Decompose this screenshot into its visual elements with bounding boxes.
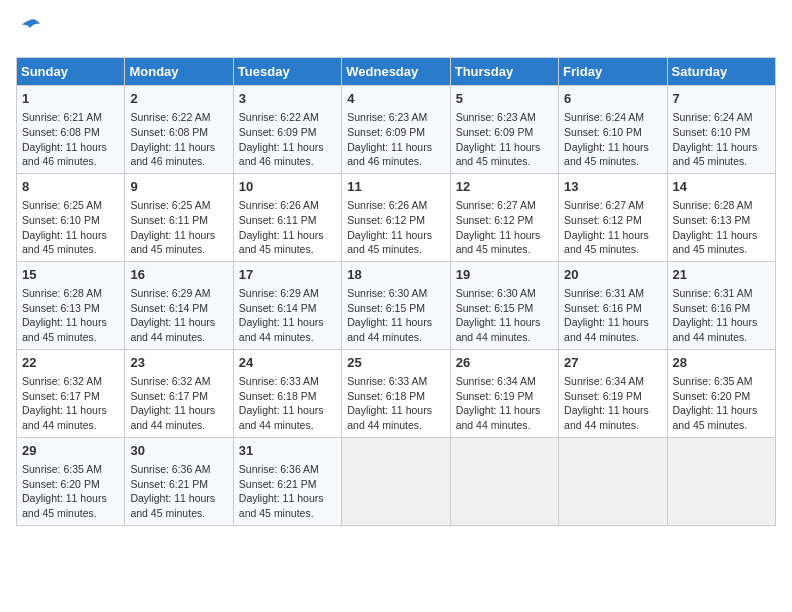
calendar-cell: 1Sunrise: 6:21 AMSunset: 6:08 PMDaylight… [17,86,125,174]
calendar-cell: 11Sunrise: 6:26 AMSunset: 6:12 PMDayligh… [342,173,450,261]
sunrise-label: Sunrise: 6:23 AM [347,111,427,123]
sunset-label: Sunset: 6:16 PM [564,302,642,314]
sunset-label: Sunset: 6:19 PM [456,390,534,402]
sunrise-label: Sunrise: 6:26 AM [347,199,427,211]
sunrise-label: Sunrise: 6:27 AM [456,199,536,211]
sunrise-label: Sunrise: 6:30 AM [456,287,536,299]
calendar-cell: 20Sunrise: 6:31 AMSunset: 6:16 PMDayligh… [559,261,667,349]
logo-bird-icon [18,16,42,40]
daylight-label: Daylight: 11 hours [130,316,215,328]
day-number: 12 [456,178,553,196]
daylight-minutes: and 46 minutes. [239,155,314,167]
daylight-minutes: and 45 minutes. [673,419,748,431]
sunrise-label: Sunrise: 6:32 AM [130,375,210,387]
calendar-cell: 7Sunrise: 6:24 AMSunset: 6:10 PMDaylight… [667,86,775,174]
sunset-label: Sunset: 6:15 PM [347,302,425,314]
day-number: 25 [347,354,444,372]
weekday-header-wednesday: Wednesday [342,58,450,86]
sunrise-label: Sunrise: 6:28 AM [673,199,753,211]
sunrise-label: Sunrise: 6:30 AM [347,287,427,299]
calendar-cell: 31Sunrise: 6:36 AMSunset: 6:21 PMDayligh… [233,437,341,525]
calendar-cell: 12Sunrise: 6:27 AMSunset: 6:12 PMDayligh… [450,173,558,261]
sunset-label: Sunset: 6:12 PM [564,214,642,226]
sunset-label: Sunset: 6:20 PM [673,390,751,402]
daylight-label: Daylight: 11 hours [456,229,541,241]
daylight-label: Daylight: 11 hours [347,316,432,328]
day-number: 26 [456,354,553,372]
sunset-label: Sunset: 6:20 PM [22,478,100,490]
daylight-minutes: and 45 minutes. [673,155,748,167]
calendar-table: SundayMondayTuesdayWednesdayThursdayFrid… [16,57,776,526]
daylight-minutes: and 44 minutes. [130,419,205,431]
day-number: 9 [130,178,227,196]
daylight-minutes: and 45 minutes. [22,243,97,255]
sunset-label: Sunset: 6:09 PM [239,126,317,138]
calendar-cell [559,437,667,525]
calendar-cell: 9Sunrise: 6:25 AMSunset: 6:11 PMDaylight… [125,173,233,261]
sunset-label: Sunset: 6:21 PM [130,478,208,490]
logo [16,16,42,45]
calendar-cell: 3Sunrise: 6:22 AMSunset: 6:09 PMDaylight… [233,86,341,174]
daylight-label: Daylight: 11 hours [130,492,215,504]
sunrise-label: Sunrise: 6:25 AM [130,199,210,211]
calendar-cell: 4Sunrise: 6:23 AMSunset: 6:09 PMDaylight… [342,86,450,174]
calendar-cell: 18Sunrise: 6:30 AMSunset: 6:15 PMDayligh… [342,261,450,349]
day-number: 6 [564,90,661,108]
sunrise-label: Sunrise: 6:34 AM [564,375,644,387]
sunrise-label: Sunrise: 6:28 AM [22,287,102,299]
day-number: 27 [564,354,661,372]
day-number: 24 [239,354,336,372]
sunset-label: Sunset: 6:15 PM [456,302,534,314]
daylight-label: Daylight: 11 hours [564,229,649,241]
daylight-minutes: and 44 minutes. [347,419,422,431]
daylight-minutes: and 44 minutes. [564,331,639,343]
day-number: 10 [239,178,336,196]
sunrise-label: Sunrise: 6:33 AM [347,375,427,387]
sunrise-label: Sunrise: 6:27 AM [564,199,644,211]
calendar-week-4: 22Sunrise: 6:32 AMSunset: 6:17 PMDayligh… [17,349,776,437]
daylight-minutes: and 45 minutes. [239,243,314,255]
daylight-label: Daylight: 11 hours [239,229,324,241]
daylight-minutes: and 46 minutes. [347,155,422,167]
sunset-label: Sunset: 6:13 PM [22,302,100,314]
sunrise-label: Sunrise: 6:23 AM [456,111,536,123]
weekday-header-tuesday: Tuesday [233,58,341,86]
calendar-header-row: SundayMondayTuesdayWednesdayThursdayFrid… [17,58,776,86]
sunrise-label: Sunrise: 6:29 AM [130,287,210,299]
calendar-cell: 26Sunrise: 6:34 AMSunset: 6:19 PMDayligh… [450,349,558,437]
daylight-label: Daylight: 11 hours [456,404,541,416]
day-number: 22 [22,354,119,372]
day-number: 1 [22,90,119,108]
daylight-minutes: and 45 minutes. [456,243,531,255]
daylight-label: Daylight: 11 hours [456,141,541,153]
daylight-label: Daylight: 11 hours [564,404,649,416]
daylight-label: Daylight: 11 hours [239,141,324,153]
calendar-week-2: 8Sunrise: 6:25 AMSunset: 6:10 PMDaylight… [17,173,776,261]
day-number: 11 [347,178,444,196]
page-header [16,16,776,45]
calendar-cell: 5Sunrise: 6:23 AMSunset: 6:09 PMDaylight… [450,86,558,174]
day-number: 16 [130,266,227,284]
day-number: 8 [22,178,119,196]
sunset-label: Sunset: 6:17 PM [130,390,208,402]
daylight-minutes: and 44 minutes. [239,419,314,431]
sunrise-label: Sunrise: 6:24 AM [564,111,644,123]
daylight-minutes: and 44 minutes. [239,331,314,343]
calendar-cell: 30Sunrise: 6:36 AMSunset: 6:21 PMDayligh… [125,437,233,525]
sunrise-label: Sunrise: 6:29 AM [239,287,319,299]
calendar-cell: 6Sunrise: 6:24 AMSunset: 6:10 PMDaylight… [559,86,667,174]
daylight-minutes: and 45 minutes. [456,155,531,167]
calendar-cell: 13Sunrise: 6:27 AMSunset: 6:12 PMDayligh… [559,173,667,261]
sunrise-label: Sunrise: 6:22 AM [239,111,319,123]
calendar-cell [342,437,450,525]
sunrise-label: Sunrise: 6:31 AM [564,287,644,299]
daylight-minutes: and 45 minutes. [130,507,205,519]
daylight-label: Daylight: 11 hours [130,229,215,241]
calendar-cell: 24Sunrise: 6:33 AMSunset: 6:18 PMDayligh… [233,349,341,437]
daylight-minutes: and 46 minutes. [22,155,97,167]
daylight-label: Daylight: 11 hours [673,141,758,153]
day-number: 5 [456,90,553,108]
sunset-label: Sunset: 6:09 PM [456,126,534,138]
daylight-label: Daylight: 11 hours [673,316,758,328]
day-number: 18 [347,266,444,284]
